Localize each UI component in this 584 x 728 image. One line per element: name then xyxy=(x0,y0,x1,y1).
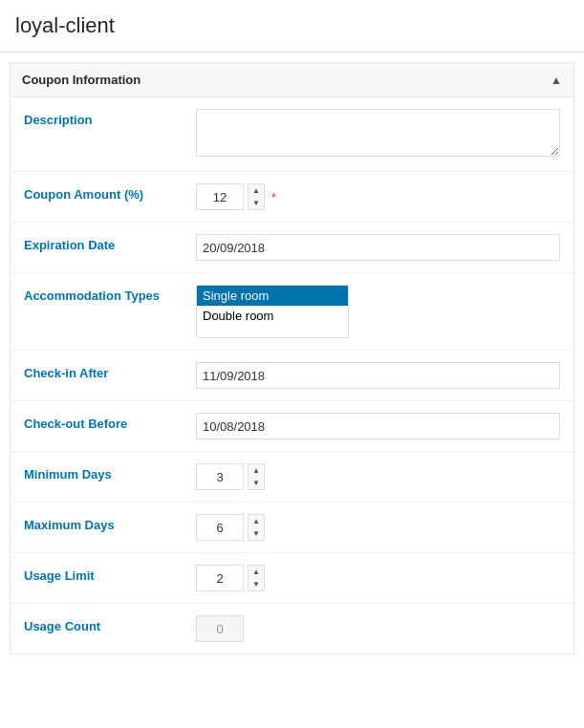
checkout-before-input[interactable] xyxy=(196,413,560,439)
maximum-days-up-btn[interactable]: ▲ xyxy=(249,515,264,527)
minimum-days-row: Minimum Days ▲ ▼ xyxy=(11,452,573,503)
minimum-days-input[interactable] xyxy=(196,463,244,490)
usage-limit-up-btn[interactable]: ▲ xyxy=(249,566,264,578)
usage-limit-down-btn[interactable]: ▼ xyxy=(249,578,264,590)
page-title-bar: loyal-client xyxy=(0,0,584,53)
maximum-days-control: ▲ ▼ xyxy=(196,514,560,541)
description-row: Description xyxy=(11,97,573,172)
minimum-days-down-btn[interactable]: ▼ xyxy=(249,477,264,489)
description-input[interactable] xyxy=(196,109,560,157)
expiration-date-row: Expiration Date xyxy=(11,223,573,273)
minimum-days-up-btn[interactable]: ▲ xyxy=(249,464,264,477)
maximum-days-spinner-buttons: ▲ ▼ xyxy=(248,514,265,541)
minimum-days-spinner-wrap: ▲ ▼ xyxy=(196,463,560,490)
coupon-amount-down-btn[interactable]: ▼ xyxy=(249,197,264,209)
maximum-days-input[interactable] xyxy=(196,514,244,541)
description-control xyxy=(196,109,560,160)
checkin-after-input[interactable] xyxy=(196,362,560,389)
collapse-icon[interactable]: ▲ xyxy=(551,74,562,87)
coupon-amount-control: ▲ ▼ * xyxy=(196,183,560,210)
expiration-date-control xyxy=(196,234,560,261)
expiration-date-label: Expiration Date xyxy=(24,234,196,252)
maximum-days-label: Maximum Days xyxy=(24,514,196,532)
minimum-days-control: ▲ ▼ xyxy=(196,463,560,490)
form-body: Description Coupon Amount (%) ▲ ▼ * xyxy=(11,97,573,653)
coupon-amount-spinner-buttons: ▲ ▼ xyxy=(248,183,265,210)
accommodation-types-select[interactable]: Single room Double room xyxy=(196,285,349,338)
checkout-before-row: Check-out Before xyxy=(11,401,573,452)
accommodation-types-control: Single room Double room xyxy=(196,285,560,338)
usage-count-label: Usage Count xyxy=(24,615,196,633)
usage-count-input xyxy=(196,615,244,642)
usage-limit-spinner-buttons: ▲ ▼ xyxy=(248,565,265,591)
page-wrapper: loyal-client Coupon Information ▲ Descri… xyxy=(0,0,584,728)
section-header[interactable]: Coupon Information ▲ xyxy=(11,63,573,97)
checkout-before-label: Check-out Before xyxy=(24,413,196,431)
page-title: loyal-client xyxy=(15,13,569,38)
usage-count-control xyxy=(196,615,560,642)
usage-limit-control: ▲ ▼ xyxy=(196,565,560,591)
usage-limit-label: Usage Limit xyxy=(24,565,196,583)
coupon-amount-label: Coupon Amount (%) xyxy=(24,183,196,202)
accommodation-types-row: Accommodation Types Single room Double r… xyxy=(11,273,573,351)
minimum-days-label: Minimum Days xyxy=(24,463,196,482)
checkout-before-control xyxy=(196,413,560,439)
maximum-days-row: Maximum Days ▲ ▼ xyxy=(11,503,573,553)
section-header-title: Coupon Information xyxy=(22,73,141,87)
coupon-information-section: Coupon Information ▲ Description Coupon … xyxy=(10,62,574,654)
description-label: Description xyxy=(24,109,196,127)
coupon-amount-row: Coupon Amount (%) ▲ ▼ * xyxy=(11,172,573,223)
usage-limit-row: Usage Limit ▲ ▼ xyxy=(11,553,573,604)
checkin-after-control xyxy=(196,362,560,389)
accommodation-types-label: Accommodation Types xyxy=(24,285,196,303)
accommodation-type-option-double[interactable]: Double room xyxy=(197,306,348,326)
coupon-amount-spinner-wrap: ▲ ▼ * xyxy=(196,183,560,210)
coupon-amount-input[interactable] xyxy=(196,183,244,210)
usage-limit-spinner-wrap: ▲ ▼ xyxy=(196,565,560,591)
coupon-amount-required: * xyxy=(271,190,276,204)
coupon-amount-up-btn[interactable]: ▲ xyxy=(249,184,264,197)
checkin-after-label: Check-in After xyxy=(24,362,196,380)
minimum-days-spinner-buttons: ▲ ▼ xyxy=(248,463,265,490)
maximum-days-down-btn[interactable]: ▼ xyxy=(249,527,264,540)
expiration-date-input[interactable] xyxy=(196,234,560,261)
accommodation-type-option-single[interactable]: Single room xyxy=(197,286,348,306)
checkin-after-row: Check-in After xyxy=(11,351,573,401)
usage-count-row: Usage Count xyxy=(11,604,573,653)
maximum-days-spinner-wrap: ▲ ▼ xyxy=(196,514,560,541)
usage-limit-input[interactable] xyxy=(196,565,244,591)
